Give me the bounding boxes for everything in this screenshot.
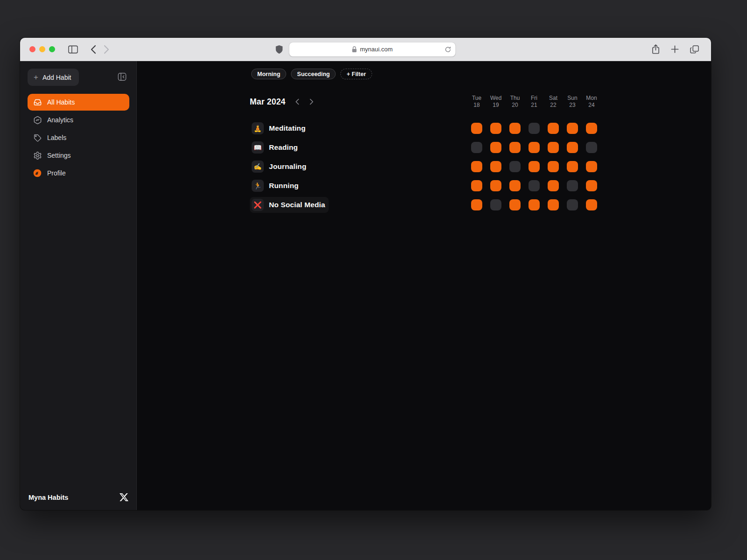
browser-chrome: mynaui.com <box>20 38 711 61</box>
habit-label-group[interactable]: 🧘Meditating <box>250 120 310 136</box>
habit-cell-mon-missed[interactable] <box>586 142 597 153</box>
habit-cell-tue-done[interactable] <box>471 161 482 172</box>
x-twitter-icon[interactable] <box>120 493 128 502</box>
add-filter-chip[interactable]: + Filter <box>340 69 372 79</box>
habit-row: ✍️Journaling <box>250 157 598 176</box>
habit-cell-sun-missed[interactable] <box>567 199 578 210</box>
habit-name: Reading <box>269 143 298 152</box>
sidebar-item-all-habits[interactable]: All Habits <box>28 94 129 111</box>
habit-cell-fri-done[interactable] <box>529 161 540 172</box>
habit-cell-tue-done[interactable] <box>471 123 482 134</box>
habit-cell-thu-done[interactable] <box>509 142 521 153</box>
habit-cell-sun-done[interactable] <box>567 161 578 172</box>
browser-sidebar-toggle-icon[interactable] <box>68 45 78 54</box>
day-header-thu: Thu20 <box>509 95 521 109</box>
sidebar-item-label: Settings <box>47 152 71 159</box>
habit-name: No Social Media <box>269 201 325 209</box>
habit-cell-wed-done[interactable] <box>490 161 501 172</box>
habit-name: Journaling <box>269 162 306 171</box>
tracker-header: Mar 2024 Tue18Wed19Thu20Fri21Sat2 <box>250 95 598 109</box>
sidebar-item-label: Profile <box>47 169 66 177</box>
sidebar-nav: All Habits Analytics <box>28 94 129 182</box>
minimize-window-button[interactable] <box>39 46 45 52</box>
share-icon[interactable] <box>652 44 660 54</box>
prev-month-icon[interactable] <box>294 98 300 106</box>
habit-cell-grid <box>471 180 597 191</box>
habit-cell-sun-missed[interactable] <box>567 180 578 191</box>
traffic-lights <box>29 46 55 52</box>
habit-rows: 🧘Meditating📖Reading✍️Journaling🏃Running❌… <box>250 119 598 214</box>
habit-cell-wed-missed[interactable] <box>490 199 501 210</box>
habit-cell-fri-done[interactable] <box>529 142 540 153</box>
plus-icon: + <box>34 73 38 81</box>
zoom-window-button[interactable] <box>49 46 55 52</box>
habit-cell-mon-done[interactable] <box>586 123 597 134</box>
collapse-sidebar-icon[interactable] <box>117 71 127 84</box>
forward-icon[interactable] <box>104 45 110 54</box>
inbox-icon <box>33 98 42 107</box>
habit-emoji-icon: ❌ <box>252 199 264 211</box>
sidebar-item-settings[interactable]: Settings <box>28 147 129 164</box>
habit-cell-sat-done[interactable] <box>548 199 559 210</box>
filter-bar: Morning Succeeding + Filter <box>250 69 598 79</box>
habit-label-group[interactable]: ✍️Journaling <box>250 159 310 175</box>
filter-chip-succeeding[interactable]: Succeeding <box>291 69 336 79</box>
close-window-button[interactable] <box>29 46 35 52</box>
reload-icon[interactable] <box>445 46 451 53</box>
habit-cell-mon-done[interactable] <box>586 161 597 172</box>
habit-cell-sun-done[interactable] <box>567 142 578 153</box>
habit-cell-thu-done[interactable] <box>509 199 521 210</box>
privacy-shield-icon[interactable] <box>276 45 283 54</box>
habit-cell-fri-missed[interactable] <box>529 180 540 191</box>
habit-row: 📖Reading <box>250 138 598 157</box>
habit-cell-mon-done[interactable] <box>586 199 597 210</box>
day-header-wed: Wed19 <box>490 95 501 109</box>
habit-cell-sat-done[interactable] <box>548 161 559 172</box>
url-field[interactable]: mynaui.com <box>289 42 456 56</box>
habit-cell-wed-done[interactable] <box>490 180 501 191</box>
habit-cell-fri-missed[interactable] <box>529 123 540 134</box>
tab-overview-icon[interactable] <box>690 45 699 54</box>
habit-cell-tue-missed[interactable] <box>471 142 482 153</box>
habit-name: Running <box>269 182 299 190</box>
sidebar-item-labels[interactable]: Labels <box>28 129 129 146</box>
habit-emoji-icon: 📖 <box>252 141 264 154</box>
habit-cell-thu-missed[interactable] <box>509 161 521 172</box>
habit-label-group[interactable]: ❌No Social Media <box>250 197 329 213</box>
habit-label-group[interactable]: 🏃Running <box>250 178 303 194</box>
habit-cell-mon-done[interactable] <box>586 180 597 191</box>
analytics-icon <box>33 115 42 125</box>
back-icon[interactable] <box>90 45 96 54</box>
habit-cell-thu-done[interactable] <box>509 123 521 134</box>
habit-cell-wed-done[interactable] <box>490 123 501 134</box>
new-tab-icon[interactable] <box>671 45 679 53</box>
habit-row: 🏃Running <box>250 176 598 195</box>
habit-cell-grid <box>471 161 597 172</box>
habit-cell-fri-done[interactable] <box>529 199 540 210</box>
habit-emoji-icon: 🧘 <box>252 122 264 134</box>
sidebar-item-label: Analytics <box>47 116 73 124</box>
habit-emoji-icon: ✍️ <box>252 161 264 173</box>
habit-cell-sat-done[interactable] <box>548 142 559 153</box>
habit-cell-grid <box>471 123 597 134</box>
sidebar-item-analytics[interactable]: Analytics <box>28 112 129 128</box>
habit-cell-sat-done[interactable] <box>548 123 559 134</box>
habit-label-group[interactable]: 📖Reading <box>250 140 302 155</box>
habit-cell-tue-done[interactable] <box>471 199 482 210</box>
habit-emoji-icon: 🏃 <box>252 180 264 192</box>
day-header-sat: Sat22 <box>548 95 559 109</box>
brand-label: Myna Habits <box>28 494 68 501</box>
tag-icon <box>33 133 42 142</box>
next-month-icon[interactable] <box>309 98 315 106</box>
day-header-tue: Tue18 <box>471 95 482 109</box>
habit-cell-sun-done[interactable] <box>567 123 578 134</box>
filter-chip-morning[interactable]: Morning <box>251 69 286 79</box>
habit-cell-thu-done[interactable] <box>509 180 521 191</box>
add-habit-button[interactable]: + Add Habit <box>28 69 79 86</box>
sidebar-item-profile[interactable]: Profile <box>28 165 129 182</box>
habit-cell-wed-done[interactable] <box>490 142 501 153</box>
url-text: mynaui.com <box>360 46 393 53</box>
habit-cell-tue-done[interactable] <box>471 180 482 191</box>
habit-cell-sat-done[interactable] <box>548 180 559 191</box>
browser-window: mynaui.com <box>20 38 711 510</box>
